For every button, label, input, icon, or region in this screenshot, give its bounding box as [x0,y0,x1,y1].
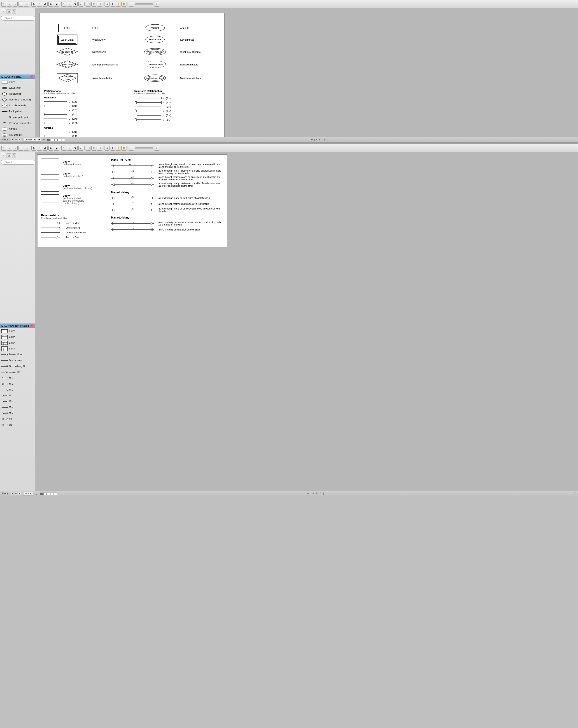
sidebar-toggle-btn[interactable]: ≡ [1,9,6,14]
toolbar-btn-zoom[interactable]: ⊕ [110,2,115,6]
toolbar-btn-color[interactable]: 🎨 [122,2,126,6]
toolbar2-btn-rect[interactable]: ▭ [7,146,12,151]
nav-prev-btn[interactable]: ◀ [14,138,17,141]
page-icon2-3[interactable] [47,493,50,495]
page-icon2-1[interactable] [40,493,43,495]
toolbar-btn-doc[interactable]: 📄 [18,2,23,6]
sidebar-item-attribute[interactable]: Attribute [0,126,35,132]
nav-next-btn[interactable]: ▶ [18,138,21,141]
zoom-slider[interactable] [135,3,153,5]
toolbar2-btn-arrow[interactable]: ↗ [37,146,42,151]
toolbar2-btn-copy[interactable]: ⎘ [92,146,96,151]
toolbar-btn-square[interactable]: ⬜ [86,2,91,6]
toolbar-btn-phone[interactable]: 📞 [31,2,36,6]
toolbar-btn-arrows[interactable]: ⇄ [43,2,48,6]
sidebar-item-cf-entity-3[interactable]: Entity [0,340,35,346]
page-icon2-4[interactable] [51,493,54,495]
page-icon-1[interactable] [47,138,50,141]
toolbar2-btn-phone[interactable]: 📞 [31,146,36,151]
toolbar-btn-zoom-in[interactable]: + [154,2,159,6]
nav2-pause-btn[interactable]: ⏸ [10,492,14,495]
sidebar-item-mm-1[interactable]: M:M [0,399,35,405]
sidebar-item-relationship[interactable]: Relationship [0,91,35,97]
sidebar2-grid-btn[interactable]: ⊞ [6,153,11,158]
toolbar-btn-copy[interactable]: ⎘ [92,2,96,6]
toolbar2-btn-zoom-out[interactable]: − [129,146,134,151]
toolbar-btn-paste[interactable]: 📋 [97,2,102,6]
toolbar-btn-cursor[interactable]: ↖ [1,2,6,6]
toolbar-btn-arrow[interactable]: ↗ [37,2,42,6]
toolbar-btn-circle[interactable]: ○ [12,2,18,6]
toolbar2-btn-arrows[interactable]: ⇄ [43,146,48,151]
search-input-2[interactable] [1,160,35,164]
toolbar2-btn-pan[interactable]: ✋ [116,146,121,151]
toolbar2-btn-zoom-in[interactable]: + [154,146,159,151]
page-icon2-5[interactable] [54,493,57,495]
sidebar-item-id-relationship[interactable]: Identifying relationship [0,97,35,103]
toolbar-btn-arrows2[interactable]: ⇆ [48,2,53,6]
toolbar2-btn-search[interactable]: 🔍 [104,146,109,151]
sidebar2-toggle-btn[interactable]: ≡ [1,153,6,158]
toolbar-btn-pan[interactable]: ✋ [116,2,121,6]
toolbar-btn-cursor2[interactable]: ↖ [61,2,66,6]
toolbar2-btn-square[interactable]: ⬜ [86,146,91,151]
toolbar2-btn-doc[interactable]: 📄 [18,146,23,151]
sidebar-item-key-attr[interactable]: Key attribute [0,132,35,137]
sidebar-grid-btn[interactable]: ⊞ [6,9,11,14]
sidebar-item-recursive-rel[interactable]: Recursive relationship [0,120,35,126]
sidebar-item-m1-3[interactable]: M:1 [0,387,35,393]
toolbar-btn-rect[interactable]: ▭ [7,2,12,6]
toolbar2-btn-menu[interactable]: ≡ [78,146,83,151]
toolbar2-btn-color[interactable]: 🎨 [122,146,126,151]
toolbar-btn-pen[interactable]: ✏ [67,2,72,6]
sidebar-item-zero-one[interactable]: Zero or One [0,369,35,375]
page-icon-5[interactable] [61,138,65,141]
toolbar2-btn-arrows2[interactable]: ⇆ [48,146,53,151]
toolbar2-btn-paste[interactable]: 📋 [97,146,102,151]
sidebar-item-11-2[interactable]: 1:1 [0,422,35,428]
page-select-1[interactable]: Custom 79% [23,138,41,141]
sidebar-item-mm-2[interactable]: M:M [0,405,35,410]
sidebar2-search-btn[interactable]: 🔍 [12,153,16,158]
page-icon-4[interactable] [58,138,61,141]
zoom-slider-2[interactable] [135,148,153,149]
page-icon-3[interactable] [54,138,57,141]
sidebar-item-cf-entity-2[interactable]: Entity [0,334,35,340]
toolbar2-btn-align[interactable]: ⇅ [73,146,78,151]
resize-handle-2[interactable] [574,493,576,495]
nav2-prev-btn[interactable]: ◀ [14,492,17,495]
sidebar-close-btn-1[interactable]: × [30,75,33,78]
toolbar2-btn-circle[interactable]: ○ [12,146,18,151]
sidebar-item-cf-entity-4[interactable]: Entity [0,346,35,352]
toolbar-btn-menu[interactable]: ≡ [78,2,83,6]
sidebar-close-btn-2[interactable]: × [30,324,33,327]
toolbar2-btn-cursor2[interactable]: ↖ [61,146,66,151]
toolbar2-btn-pen[interactable]: ✏ [67,146,72,151]
sidebar-item-participation[interactable]: Participation [0,109,35,114]
sidebar-item-zero-more[interactable]: Zero or More [0,352,35,358]
sidebar-item-m1-2[interactable]: M:1 [0,381,35,387]
toolbar-btn-cloud[interactable]: ☁ [54,2,59,6]
toolbar2-btn-rect2[interactable]: ⬜ [24,146,29,151]
sidebar-item-cf-entity-1[interactable]: Entity [0,328,35,334]
sidebar-item-mm-3[interactable]: M:M [0,410,35,416]
toolbar2-btn-cursor[interactable]: ↖ [1,146,6,151]
toolbar2-btn-cloud[interactable]: ☁ [54,146,59,151]
sidebar-search-btn[interactable]: 🔍 [12,9,16,14]
nav-pause-btn[interactable]: ⏸ [10,138,14,141]
sidebar-item-weak-entity[interactable]: Weak entity [0,85,35,91]
toolbar2-btn-zoom[interactable]: ⊕ [110,146,115,151]
toolbar-btn-rect2[interactable]: ⬜ [24,2,29,6]
sidebar-item-11-1[interactable]: 1:1 [0,416,35,422]
page-select-2[interactable]: 75% [23,492,33,495]
sidebar-item-m1-1[interactable]: M:1 [0,375,35,381]
sidebar-item-one-only[interactable]: One and only One [0,363,35,369]
sidebar-item-m1-4[interactable]: M:1 [0,393,35,399]
toolbar-btn-search[interactable]: 🔍 [104,2,109,6]
resize-handle-1[interactable] [574,138,576,141]
page-icon2-2[interactable] [43,493,47,495]
page-icon-2[interactable] [51,138,54,141]
nav2-next-btn[interactable]: ▶ [18,492,21,495]
sidebar-item-opt-participation[interactable]: Optional participation [0,114,35,120]
sidebar-item-entity[interactable]: Entity [0,79,35,85]
